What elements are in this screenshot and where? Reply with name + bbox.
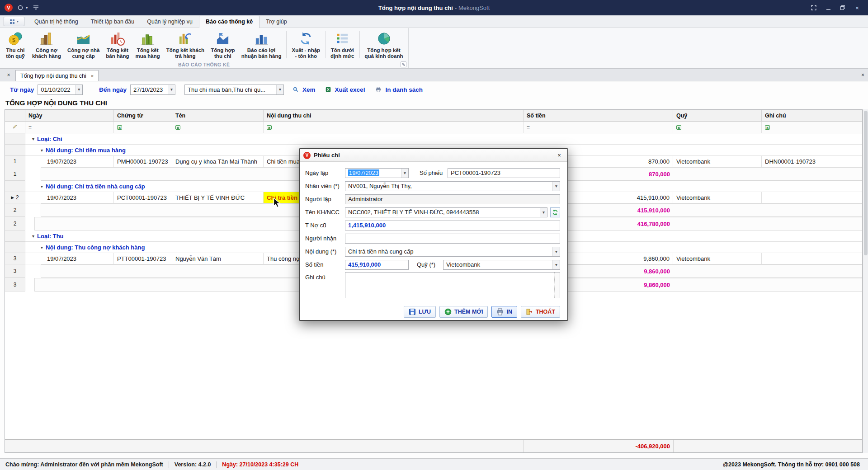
- cell-ghichu[interactable]: [762, 192, 863, 203]
- print-list-button[interactable]: In danh sách: [376, 86, 423, 93]
- cell-ghichu[interactable]: [762, 253, 863, 264]
- cell-chungtu[interactable]: PMH00001-190723: [114, 156, 172, 167]
- type-filter-dropdown[interactable]: Thu chi mua bán,Thu chi qu... ▼: [184, 85, 284, 95]
- close-button[interactable]: ×: [851, 3, 863, 13]
- group-row[interactable]: ▾Loại: Chi: [5, 133, 862, 145]
- quick-access-menu-icon[interactable]: [33, 5, 39, 10]
- ribbon-tab-1[interactable]: Thiết lập ban đầu: [85, 16, 141, 28]
- ribbon-item-tong-ket-ban-hang[interactable]: Tổng kếtbán hàng: [103, 29, 132, 61]
- chevron-down-icon[interactable]: ▼: [552, 260, 560, 269]
- cell-ngay[interactable]: 19/07/2023: [25, 156, 114, 167]
- t-no-cu-input[interactable]: 1,415,910,000: [345, 221, 560, 230]
- ribbon-item-tong-ket-khach-tra-hang[interactable]: Tổng kết kháchtrả hàng: [163, 29, 208, 61]
- refresh-button[interactable]: [550, 207, 560, 217]
- ribbon-item-xuat-nhap-ton-kho[interactable]: Xuất - nhập- tồn kho: [288, 29, 323, 61]
- filter-cell-1[interactable]: a: [114, 122, 172, 133]
- nguoi-lap-input[interactable]: Administrator: [345, 194, 560, 204]
- cell-chungtu[interactable]: PTT00001-190723: [114, 253, 172, 264]
- cell-quy[interactable]: Vietcombank: [673, 253, 762, 264]
- scrollbar-thumb[interactable]: [864, 111, 868, 255]
- ribbon-tab-4[interactable]: Trợ giúp: [259, 16, 293, 28]
- so-phieu-input[interactable]: PCT00001-190723: [448, 168, 560, 178]
- ten-khncc-dropdown[interactable]: NCC002, THIẾT BỊ Y TẾ VINH ĐỨC, 09444435…: [345, 207, 547, 217]
- cell-quy[interactable]: Vietcombank: [673, 192, 762, 203]
- equals-filter-icon[interactable]: =: [527, 124, 530, 131]
- ngay-lap-input[interactable]: 19/07/2023 ▼: [345, 168, 409, 178]
- from-date-input[interactable]: 01/10/2022 ▼: [38, 85, 83, 95]
- collapse-arrow-icon[interactable]: ▾: [41, 148, 43, 153]
- exit-button[interactable]: THOÁT: [521, 306, 560, 318]
- print-button[interactable]: IN: [491, 306, 517, 318]
- close-document-button[interactable]: ×: [861, 72, 864, 78]
- filter-cell-4[interactable]: =: [524, 122, 673, 133]
- chevron-down-icon[interactable]: ▼: [540, 208, 547, 217]
- chevron-down-icon[interactable]: ▼: [552, 247, 560, 256]
- minimize-button[interactable]: [822, 3, 835, 13]
- dialog-close-button[interactable]: ×: [555, 152, 564, 159]
- cell-ten[interactable]: Dụng cụ y khoa Tân Mai Thành: [172, 156, 264, 167]
- nguoi-nhan-input[interactable]: [345, 234, 560, 244]
- chevron-down-icon[interactable]: ▼: [168, 85, 175, 94]
- column-header-2[interactable]: Tên: [172, 110, 264, 122]
- cell-ten[interactable]: Nguyễn Văn Tám: [172, 253, 264, 264]
- tab-close-icon[interactable]: ×: [91, 73, 94, 79]
- add-new-button[interactable]: THÊM MỚI: [439, 306, 488, 318]
- contains-filter-icon[interactable]: a: [267, 125, 272, 130]
- ribbon-item-tong-hop-thu-chi[interactable]: Tổng hợpthu chi: [208, 29, 238, 61]
- column-header-0[interactable]: Ngày: [25, 110, 114, 122]
- chevron-down-icon[interactable]: ▾: [26, 5, 28, 10]
- chevron-down-icon[interactable]: ▼: [552, 182, 560, 191]
- ribbon-item-bao-cao-loi-nhuan-ban-hang[interactable]: Báo cáo lợinhuận bán hàng: [238, 29, 285, 61]
- ghi-chu-textarea[interactable]: [345, 272, 560, 298]
- view-button[interactable]: Xem: [293, 86, 316, 93]
- nhan-vien-dropdown[interactable]: NV001, Nguyễn Thị Thy, ▼: [345, 181, 560, 191]
- contains-filter-icon[interactable]: a: [117, 125, 123, 130]
- ribbon-item-thu-chi-ton-quy[interactable]: $Thu chitồn quỹ: [2, 29, 29, 61]
- cell-quy[interactable]: Vietcombank: [673, 156, 762, 167]
- cell-ghichu[interactable]: DHN00001-190723: [762, 156, 863, 167]
- cell-ngay[interactable]: 19/07/2023: [25, 253, 114, 264]
- collapse-arrow-icon[interactable]: ▾: [41, 184, 43, 189]
- column-header-4[interactable]: Số tiền: [524, 110, 673, 122]
- ribbon-item-cong-no-nha-cung-cap[interactable]: Công nợ nhàcung cấp: [64, 29, 103, 61]
- collapse-arrow-icon[interactable]: ▾: [32, 136, 34, 141]
- ribbon-item-cong-no-khach-hang[interactable]: Công nợkhách hàng: [29, 29, 64, 61]
- column-header-5[interactable]: Quỹ: [673, 110, 762, 122]
- chevron-down-icon[interactable]: ▼: [276, 85, 283, 94]
- column-header-3[interactable]: Nội dung thu chi: [264, 110, 524, 122]
- noi-dung-dropdown[interactable]: Chi trả tiền nhà cung cấp ▼: [345, 247, 560, 257]
- to-date-input[interactable]: 27/10/2023 ▼: [130, 85, 175, 95]
- ribbon-tab-3[interactable]: Báo cáo thống kê: [199, 16, 259, 28]
- filter-cell-3[interactable]: a: [264, 122, 524, 133]
- collapse-arrow-icon[interactable]: ▾: [41, 245, 43, 250]
- fullscreen-button[interactable]: [807, 3, 820, 13]
- equals-filter-icon[interactable]: =: [28, 124, 32, 131]
- save-button[interactable]: LƯU: [404, 306, 436, 318]
- ribbon-item-tong-hop-ket-qua-kinh-doanh[interactable]: Tổng hợp kếtquả kinh doanh: [362, 29, 406, 61]
- close-tab-button[interactable]: ×: [4, 70, 13, 79]
- filter-cell-6[interactable]: a: [762, 122, 863, 133]
- column-header-6[interactable]: Ghi chú: [762, 110, 863, 122]
- filter-cell-2[interactable]: a: [172, 122, 264, 133]
- filter-cell-0[interactable]: =: [25, 122, 114, 133]
- document-tab-active[interactable]: Tổng hợp nội dung thu chi ×: [15, 70, 99, 81]
- app-menu-button[interactable]: ▾: [4, 17, 24, 26]
- ribbon-item-ton-duoi-dinh-muc[interactable]: Tồn dướiđịnh mức: [327, 29, 357, 61]
- dialog-titlebar[interactable]: V Phiếu chi ×: [300, 149, 567, 162]
- cell-ten[interactable]: THIẾT BỊ Y TẾ VINH ĐỨC: [172, 192, 264, 203]
- cell-ngay[interactable]: 19/07/2023: [25, 192, 114, 203]
- quy-dropdown[interactable]: Vietcombank ▼: [443, 260, 560, 270]
- column-header-1[interactable]: Chứng từ: [114, 110, 172, 122]
- restore-button[interactable]: [836, 3, 849, 13]
- ribbon-tab-2[interactable]: Quản lý nghiệp vụ: [141, 16, 199, 28]
- export-excel-button[interactable]: Xuất excel: [326, 86, 365, 93]
- contains-filter-icon[interactable]: a: [676, 125, 682, 130]
- textarea-scrollbar[interactable]: [554, 273, 560, 298]
- collapse-arrow-icon[interactable]: ▾: [32, 234, 34, 239]
- ribbon-tab-0[interactable]: Quản trị hệ thống: [28, 16, 85, 28]
- chevron-down-icon[interactable]: ▼: [401, 169, 408, 178]
- cell-chungtu[interactable]: PCT00001-190723: [114, 192, 172, 203]
- chevron-down-icon[interactable]: ▼: [75, 85, 82, 94]
- contains-filter-icon[interactable]: a: [765, 125, 770, 130]
- filter-cell-5[interactable]: a: [673, 122, 762, 133]
